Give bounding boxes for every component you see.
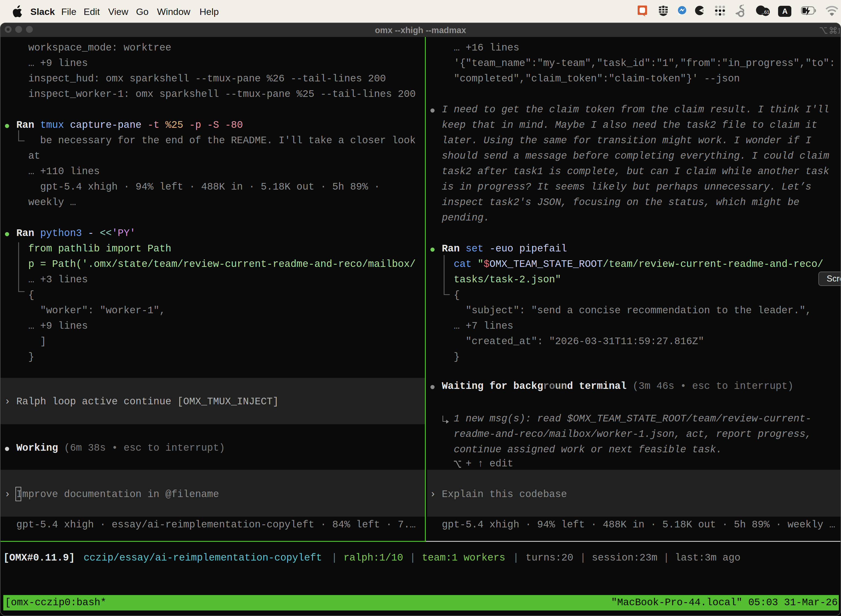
svg-text:1: 1 [837,27,840,35]
svg-text:A: A [782,7,788,15]
svg-text:..61: ..61 [762,10,769,15]
